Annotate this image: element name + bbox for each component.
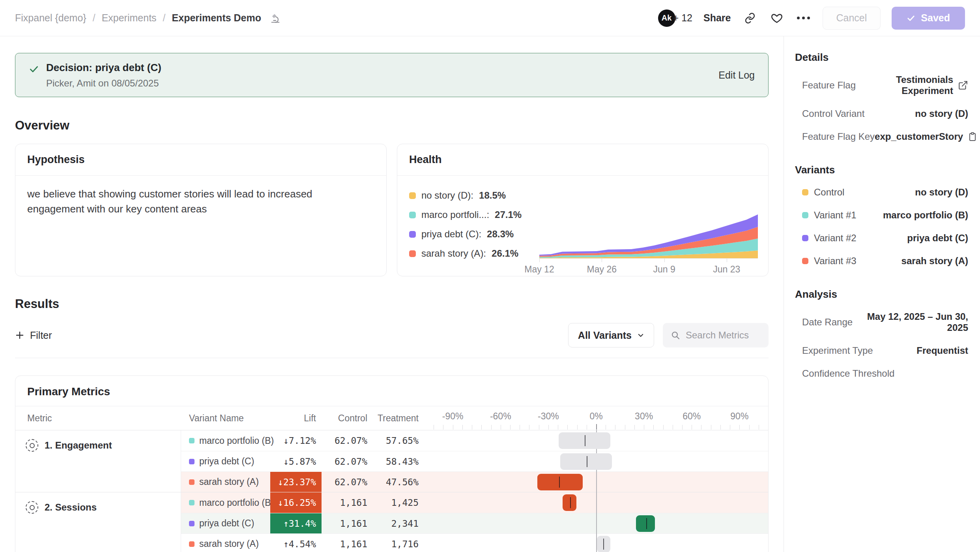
- lift-value: ↓23.37%: [278, 477, 316, 487]
- variant-filter-dropdown[interactable]: All Variants: [568, 323, 654, 347]
- column-control: Control: [322, 413, 373, 424]
- search-metrics-input[interactable]: [686, 330, 761, 341]
- confidence-interval-midpoint: [587, 456, 587, 467]
- saved-button[interactable]: Saved: [892, 7, 965, 30]
- copy-link-button[interactable]: [742, 10, 758, 26]
- health-title: Health: [397, 144, 768, 176]
- axis-tick: [472, 425, 472, 430]
- breadcrumb-separator: /: [163, 12, 166, 24]
- health-legend-item: priya debt (C):28.3%: [409, 229, 539, 240]
- variant-swatch: [189, 500, 195, 505]
- control-value: 62.07%: [322, 456, 373, 467]
- breadcrumb-project[interactable]: Fixpanel {demo}: [15, 12, 86, 24]
- axis-tick: [749, 425, 750, 430]
- confidence-interval-midpoint: [559, 477, 560, 488]
- metric-cell: 2. Sessions: [15, 492, 181, 552]
- details-value: no story (D): [915, 108, 968, 119]
- health-legend-item: sarah story (A):26.1%: [409, 248, 539, 259]
- health-chart: May 12May 26Jun 9Jun 23: [539, 184, 758, 276]
- health-x-labels: May 12May 26Jun 9Jun 23: [539, 260, 758, 276]
- breadcrumb-experiments[interactable]: Experiments: [102, 12, 157, 24]
- legend-swatch: [409, 250, 416, 257]
- analysis-row: Confidence Threshold: [795, 362, 968, 385]
- variant-row: Variant #2priya debt (C): [795, 227, 968, 250]
- more-menu-button[interactable]: [796, 10, 812, 26]
- treatment-value: 57.65%: [373, 436, 424, 446]
- breadcrumb-current: Experiments Demo: [172, 12, 261, 24]
- variant-value: sarah story (A): [901, 255, 968, 267]
- app-window: Fixpanel {demo} / Experiments / Experime…: [0, 0, 980, 552]
- axis-tick: [663, 425, 664, 430]
- axis-tick: [587, 425, 587, 430]
- add-filter-button[interactable]: Filter: [15, 330, 52, 341]
- axis-tick: [491, 425, 492, 430]
- lift-axis-header: -90%-60%-30%0%30%60%90%: [424, 406, 768, 430]
- confidence-interval-cell: [424, 430, 768, 451]
- variant-label: priya debt (C): [199, 518, 254, 529]
- clipboard-icon[interactable]: [968, 132, 977, 141]
- legend-swatch: [409, 231, 416, 238]
- variant-left: Variant #3: [802, 255, 857, 267]
- cancel-button[interactable]: Cancel: [823, 7, 881, 30]
- details-label: Control Variant: [802, 108, 864, 119]
- lift-axis-label: 60%: [683, 411, 701, 422]
- favorite-button[interactable]: [769, 10, 785, 26]
- axis-tick: [529, 425, 529, 430]
- variant-left: Variant #2: [802, 233, 857, 244]
- variant-swatch: [802, 212, 808, 218]
- table-row: marco portfolio (B)↓16.25%1,1611,425: [181, 492, 768, 513]
- confidence-interval-midpoint: [603, 539, 604, 550]
- confidence-interval-bar: [636, 515, 655, 532]
- variant-filter-value: All Variants: [578, 330, 632, 341]
- variant-swatch: [189, 541, 195, 547]
- table-row: priya debt (C)↑31.4%1,1612,341: [181, 513, 768, 533]
- details-row: Feature Flag Keyexp_customerStory: [795, 125, 968, 148]
- metric-head: 2. Sessions: [26, 497, 181, 518]
- goal-inner: [30, 505, 35, 510]
- table-row: marco portfolio (B)↓7.12%62.07%57.65%: [181, 430, 768, 451]
- axis-tick: [510, 425, 511, 430]
- decision-check-icon: [29, 64, 39, 74]
- variant-row: Variant #3sarah story (A): [795, 250, 968, 272]
- metric-goal-icon: [26, 501, 38, 514]
- search-metrics-box: [663, 323, 769, 347]
- lift-axis-label: -60%: [490, 411, 511, 422]
- lift-cell: ↑4.54%: [270, 534, 322, 552]
- lift-value: ↑4.54%: [283, 539, 316, 549]
- health-x-label: May 12: [524, 264, 554, 275]
- axis-tick: [520, 425, 520, 430]
- variant-swatch: [802, 189, 808, 195]
- axis-tick: [711, 425, 711, 430]
- control-value: 62.07%: [322, 436, 373, 446]
- axis-tick: [701, 425, 701, 430]
- treatment-value: 1,716: [373, 539, 424, 549]
- details-rows: Feature FlagTestimonials ExperimentContr…: [795, 68, 968, 148]
- plus-icon: [15, 330, 24, 340]
- table-row: priya debt (C)↓5.87%62.07%58.43%: [181, 451, 768, 471]
- table-row: sarah story (A)↓23.37%62.07%47.56%: [181, 471, 768, 492]
- axis-tick: [548, 425, 549, 430]
- results-toolbar: Filter All Variants: [15, 323, 769, 347]
- metric-cell: 1. Engagement: [15, 430, 181, 492]
- variant-swatch: [802, 258, 808, 264]
- lift-cell: ↓5.87%: [270, 451, 322, 471]
- legend-label: sarah story (A):: [421, 248, 486, 259]
- axis-tick: [443, 425, 443, 430]
- variant-swatch: [189, 459, 195, 464]
- variant-label: sarah story (A): [199, 477, 259, 487]
- lift-axis-label: 90%: [730, 411, 748, 422]
- results-heading: Results: [15, 297, 769, 311]
- control-value: 1,161: [322, 539, 373, 549]
- link-icon: [744, 12, 756, 24]
- axis-tick: [577, 425, 578, 430]
- health-axis-tick: [539, 259, 540, 262]
- share-button[interactable]: Share: [703, 12, 731, 24]
- hypothesis-body[interactable]: we believe that showing customer stories…: [15, 176, 370, 227]
- edit-log-button[interactable]: Edit Log: [718, 69, 755, 81]
- details-heading: Details: [795, 51, 968, 64]
- legend-value: 18.5%: [479, 190, 506, 201]
- analysis-row: Experiment TypeFrequentist: [795, 339, 968, 362]
- metric-name: 2. Sessions: [45, 502, 97, 513]
- zero-line: [596, 492, 597, 513]
- external-link-icon[interactable]: [958, 80, 968, 90]
